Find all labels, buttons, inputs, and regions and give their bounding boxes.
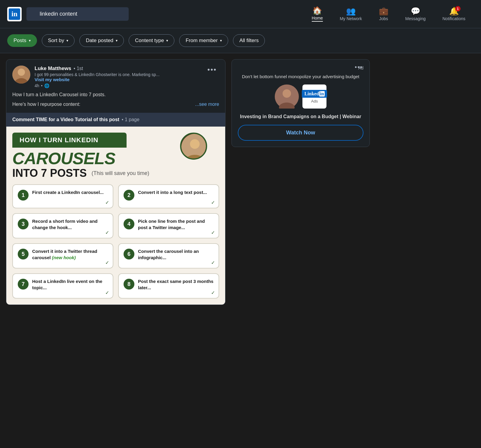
check-icon-8: ✓ [211, 290, 215, 296]
search-input[interactable] [26, 7, 129, 21]
messaging-icon: 💬 [411, 7, 420, 15]
filter-date-posted-button[interactable]: Date posted ▾ [79, 34, 124, 47]
step-number-8: 8 [124, 279, 134, 290]
step-number-7: 7 [18, 279, 29, 290]
see-more-link[interactable]: ...see more [195, 101, 219, 108]
step-number-1: 1 [18, 190, 29, 201]
ad-more-options-button[interactable]: ••• [352, 64, 365, 71]
post-author-section: Luke Matthews • 1st I got 99 personaliti… [12, 66, 160, 88]
filter-all-filters-button[interactable]: All filters [233, 34, 265, 47]
search-wrapper: 🔍 [26, 7, 129, 21]
nav-home[interactable]: 🏠 Home [303, 7, 331, 22]
step-number-3: 3 [18, 219, 29, 229]
my-network-icon: 👥 [346, 7, 356, 15]
nav-my-network[interactable]: 👥 My Network [331, 7, 370, 21]
ad-label: Ad [238, 66, 363, 70]
post-section: Luke Matthews • 1st I got 99 personaliti… [6, 59, 225, 305]
author-degree: • 1st [74, 66, 83, 71]
ad-section: Ad ••• Don't let bottom funnel monopoliz… [225, 59, 376, 305]
filter-content-type-button[interactable]: Content type ▾ [129, 34, 174, 47]
from-member-label: From member [185, 38, 218, 44]
step-8: 8 Post the exact same post 3 months late… [118, 273, 219, 299]
date-posted-label: Date posted [86, 38, 113, 44]
step-text-3: Record a short form video and change the… [32, 218, 108, 231]
ad-person-avatar [275, 84, 299, 109]
main-header: in 🔍 🏠 Home 👥 My Network 💼 Jobs 💬 Messag… [0, 0, 481, 28]
notification-wrapper: 🔔 1 [449, 7, 459, 15]
separator: • [41, 83, 43, 88]
step-text-5: Convert it into a Twitter thread carouse… [32, 248, 108, 261]
filter-from-member-button[interactable]: From member ▾ [179, 34, 228, 47]
ad-card: Ad ••• Don't let bottom funnel monopoliz… [231, 59, 370, 147]
nav-messaging-label: Messaging [405, 16, 426, 21]
step-5: 5 Convert it into a Twitter thread carou… [12, 243, 113, 268]
main-nav: 🏠 Home 👥 My Network 💼 Jobs 💬 Messaging 🔔… [303, 7, 474, 22]
svg-point-7 [283, 89, 291, 98]
check-icon-7: ✓ [105, 290, 109, 296]
nav-home-label: Home [312, 16, 323, 22]
post-card: Luke Matthews • 1st I got 99 personaliti… [6, 59, 225, 305]
post-text-line2: Here's how I repurpose content: [12, 101, 80, 108]
svg-point-4 [190, 139, 200, 149]
step-number-4: 4 [124, 219, 134, 229]
step-number-6: 6 [124, 249, 134, 259]
nav-jobs[interactable]: 💼 Jobs [370, 7, 397, 21]
chevron-down-icon: ▾ [29, 38, 31, 43]
step-number-2: 2 [124, 190, 134, 201]
ad-logo-box: Linked in Ads [302, 84, 326, 109]
infographic-line2: INTO 7 POSTS (This will save you time) [12, 167, 219, 180]
notification-badge: 1 [455, 6, 461, 11]
ad-headline: Don't let bottom funnel monopolize your … [238, 73, 363, 80]
step-text-4: Pick one line from the post and post a T… [138, 218, 214, 231]
nav-notifications[interactable]: 🔔 1 Notifications [434, 7, 474, 21]
ad-title: Investing in Brand Campaigns on a Budget… [238, 113, 363, 120]
step-text-6: Convert the carousel into an infographic… [138, 248, 214, 261]
nav-jobs-label: Jobs [379, 16, 388, 21]
linkedin-logo-icon: in [9, 8, 20, 20]
chevron-down-icon: ▾ [166, 38, 168, 43]
check-icon-1: ✓ [105, 200, 109, 205]
post-text-line1: How I turn a LinkedIn Carousel into 7 po… [12, 91, 219, 98]
step-4: 4 Pick one line from the post and post a… [118, 213, 219, 238]
chevron-down-icon: ▾ [66, 38, 68, 43]
infographic-title: HOW I TURN LINKEDIN [12, 133, 127, 148]
step-1: 1 First create a LinkedIn carousel... ✓ [12, 184, 113, 208]
post-time: 4h [35, 83, 39, 88]
check-icon-4: ✓ [211, 230, 215, 235]
author-meta: 4h • 🌐 [35, 83, 160, 88]
post-header: Luke Matthews • 1st I got 99 personaliti… [6, 60, 225, 91]
jobs-icon: 💼 [379, 7, 388, 15]
content-type-label: Content type [135, 38, 164, 44]
infographic-note: (This will save you time) [91, 170, 149, 176]
carousel-label: Comment TIME for a Video Tutorial of thi… [12, 117, 119, 122]
nav-messaging[interactable]: 💬 Messaging [397, 7, 434, 21]
author-name: Luke Matthews [35, 66, 71, 72]
post-text: How I turn a LinkedIn Carousel into 7 po… [6, 91, 225, 113]
filter-sort-by-button[interactable]: Sort by ▾ [42, 34, 75, 47]
check-icon-3: ✓ [105, 230, 109, 235]
author-bio: I got 99 personalities & LinkedIn Ghostw… [35, 72, 160, 77]
check-icon-5: ✓ [105, 260, 109, 265]
step-text-2: Convert it into a long text post... [138, 189, 207, 195]
step-number-5: 5 [18, 249, 29, 259]
check-icon-6: ✓ [211, 260, 215, 265]
step-text-1: First create a LinkedIn carousel... [32, 189, 104, 195]
watch-now-button[interactable]: Watch Now [238, 125, 363, 141]
filter-posts-button[interactable]: Posts ▾ [7, 34, 37, 47]
linkedin-logo: in [7, 7, 22, 21]
ad-brand-ads: Ads [311, 99, 318, 103]
visit-link[interactable]: Visit my website [35, 77, 160, 82]
globe-icon: 🌐 [44, 83, 49, 88]
chevron-down-icon: ▾ [220, 38, 222, 43]
avatar [12, 66, 30, 84]
step-7: 7 Host a LinkedIn live event on the topi… [12, 273, 113, 299]
page-count: • 1 page [122, 117, 139, 122]
nav-my-network-label: My Network [340, 16, 362, 21]
author-info: Luke Matthews • 1st I got 99 personaliti… [35, 66, 160, 88]
more-options-button[interactable]: ••• [205, 66, 219, 74]
main-content: Luke Matthews • 1st I got 99 personaliti… [0, 53, 481, 305]
nav-notifications-label: Notifications [443, 16, 465, 21]
step-text-8: Post the exact same post 3 months later.… [138, 278, 214, 291]
step-text-7: Host a LinkedIn live event on the topic.… [32, 278, 108, 291]
steps-grid: 1 First create a LinkedIn carousel... ✓ … [12, 184, 219, 299]
